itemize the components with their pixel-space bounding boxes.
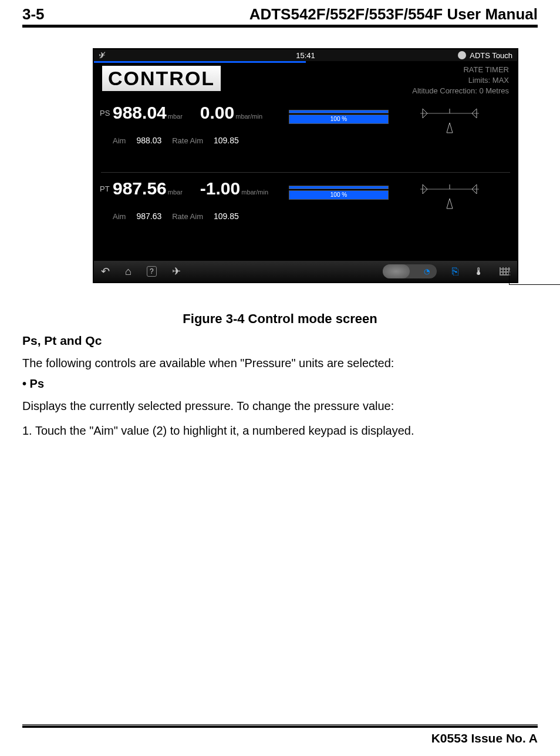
thermometer-icon[interactable]: 🌡 [474,266,484,278]
measure-control-toggle[interactable]: ◔ [383,264,437,278]
channel-pt: PT 987.56mbar -1.00mbar/min Aim 987.63 R… [94,173,517,248]
aircraft-off-icon: ✈̸ [99,51,106,60]
control-screen: ✈̸ 15:41 ADTS Touch CONTROL RATE TIMER L… [93,48,518,283]
channel-ps: PS 988.04mbar 0.00mbar/min Aim 988.03 Ra… [94,97,517,172]
pt-rate[interactable]: -1.00 [200,179,240,198]
header-rule [22,27,538,28]
paragraph-intro: The following controls are available whe… [22,354,538,372]
rate-timer-label[interactable]: RATE TIMER [412,65,509,75]
product-label: ADTS Touch [470,51,512,60]
mode-label: CONTROL [102,66,221,91]
limits-label: Limits: MAX [412,75,509,86]
ps-range-bar [289,110,389,113]
pt-progress-bar: 100 % [289,190,389,200]
gauge-icon: ◔ [424,267,430,275]
pt-effort-meter [389,182,510,213]
help-icon[interactable]: ? [147,266,157,277]
pt-aim-value[interactable]: 987.63 [136,211,161,221]
ps-value[interactable]: 988.04 [113,103,167,122]
pt-rate-aim-label: Rate Aim [172,212,203,221]
status-bar: ✈̸ 15:41 ADTS Touch [94,49,517,61]
pt-unit: mbar [168,189,183,196]
clock: 15:41 [296,51,315,60]
bottom-toolbar: ↶ ⌂ ? ✈ ◔ ⎘ 🌡 [94,261,517,282]
back-icon[interactable]: ↶ [101,265,110,278]
ps-rate-aim-value[interactable]: 109.85 [214,136,239,145]
document-title: ADTS542F/552F/553F/554F User Manual [249,5,538,23]
ps-rate-unit: mbar/min [235,113,262,120]
issue-number: K0553 Issue No. A [22,731,538,745]
page-header: 3-5 ADTS542F/552F/553F/554F User Manual [22,5,538,27]
channel-id-pt: PT [100,184,113,193]
bullet-ps: • Ps [22,377,538,391]
heading-ps-pt-qc: Ps, Pt and Qc [22,334,538,348]
ps-rate-aim-label: Rate Aim [172,136,203,145]
ps-progress-text: 100 % [330,116,347,122]
ps-aim-label: Aim [113,136,126,145]
home-icon[interactable]: ⌂ [125,266,131,278]
pt-value[interactable]: 987.56 [113,179,167,198]
ps-aim-value[interactable]: 988.03 [136,136,161,145]
ps-progress-bar: 100 % [289,115,389,124]
section-number: 3-5 [22,5,45,23]
ps-effort-meter [389,106,510,137]
callout-1: 1 [509,271,560,295]
aircraft-icon[interactable]: ✈ [172,265,181,278]
paragraph-ps-desc: Displays the currently selected pressure… [22,397,538,415]
altitude-correction-label: Altitude Correction: 0 Metres [412,86,509,96]
pt-progress-text: 100 % [330,191,347,198]
ps-rate[interactable]: 0.00 [200,103,234,122]
pt-range-bar [289,186,389,189]
page-footer: K0553 Issue No. A [22,724,538,745]
ps-unit: mbar [168,113,183,120]
step-1: 1. Touch the "Aim" value (2) to highligh… [22,421,538,440]
figure-caption: Figure 3-4 Control mode screen [22,311,538,327]
hold-icon[interactable]: ⎘ [452,266,458,278]
channel-id-ps: PS [100,109,113,117]
pt-rate-unit: mbar/min [241,189,268,196]
ge-logo-icon [458,51,466,59]
pt-rate-aim-value[interactable]: 109.85 [214,211,239,221]
pt-aim-label: Aim [113,212,126,221]
